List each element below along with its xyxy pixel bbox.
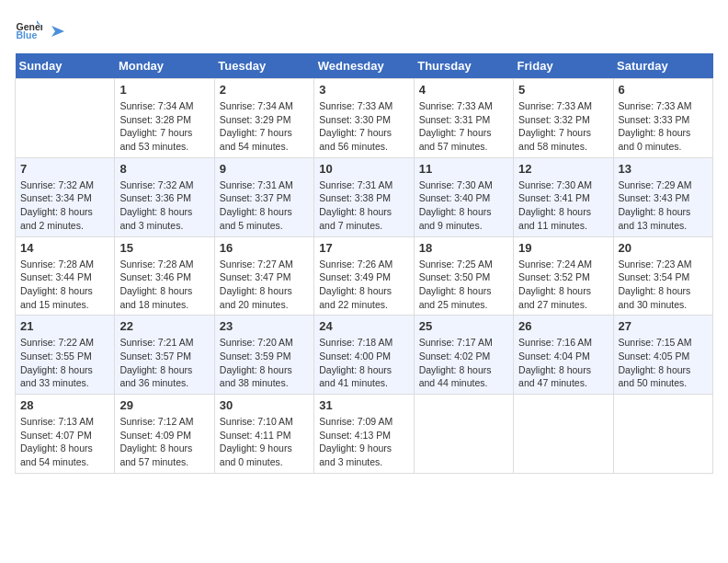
day-info: Sunrise: 7:26 AMSunset: 3:49 PMDaylight:…	[319, 258, 408, 312]
calendar-cell: 26Sunrise: 7:16 AMSunset: 4:04 PMDayligh…	[514, 316, 613, 395]
calendar-cell: 10Sunrise: 7:31 AMSunset: 3:38 PMDayligh…	[314, 157, 414, 236]
day-number: 1	[119, 83, 209, 97]
calendar-cell: 28Sunrise: 7:13 AMSunset: 4:07 PMDayligh…	[16, 395, 115, 474]
svg-marker-2	[51, 26, 64, 37]
calendar-cell: 23Sunrise: 7:20 AMSunset: 3:59 PMDayligh…	[214, 316, 313, 395]
day-number: 26	[518, 319, 608, 333]
calendar-header-wednesday: Wednesday	[314, 53, 414, 79]
day-number: 27	[619, 319, 708, 333]
calendar-cell: 1Sunrise: 7:34 AMSunset: 3:28 PMDaylight…	[115, 79, 214, 158]
calendar-cell: 24Sunrise: 7:18 AMSunset: 4:00 PMDayligh…	[314, 316, 414, 395]
day-info: Sunrise: 7:33 AMSunset: 3:31 PMDaylight:…	[419, 99, 508, 154]
calendar-cell: 6Sunrise: 7:33 AMSunset: 3:33 PMDaylight…	[613, 79, 712, 158]
calendar-cell: 20Sunrise: 7:23 AMSunset: 3:54 PMDayligh…	[613, 236, 712, 316]
calendar-week-row: 14Sunrise: 7:28 AMSunset: 3:44 PMDayligh…	[16, 236, 713, 316]
calendar-cell: 31Sunrise: 7:09 AMSunset: 4:13 PMDayligh…	[314, 395, 414, 474]
day-info: Sunrise: 7:22 AMSunset: 3:55 PMDaylight:…	[20, 336, 109, 390]
calendar-cell: 2Sunrise: 7:34 AMSunset: 3:29 PMDaylight…	[214, 79, 313, 158]
calendar-cell: 29Sunrise: 7:12 AMSunset: 4:09 PMDayligh…	[115, 395, 214, 474]
day-number: 16	[220, 241, 309, 255]
calendar-header-friday: Friday	[514, 53, 613, 79]
day-info: Sunrise: 7:13 AMSunset: 4:07 PMDaylight:…	[20, 415, 109, 469]
day-number: 18	[419, 241, 508, 255]
calendar-week-row: 28Sunrise: 7:13 AMSunset: 4:07 PMDayligh…	[16, 395, 713, 474]
day-info: Sunrise: 7:33 AMSunset: 3:33 PMDaylight:…	[619, 99, 708, 154]
calendar-cell: 15Sunrise: 7:28 AMSunset: 3:46 PMDayligh…	[115, 236, 214, 316]
day-info: Sunrise: 7:34 AMSunset: 3:29 PMDaylight:…	[220, 99, 309, 154]
calendar-cell: 14Sunrise: 7:28 AMSunset: 3:44 PMDayligh…	[16, 236, 115, 316]
calendar-header-tuesday: Tuesday	[214, 53, 313, 79]
day-number: 17	[319, 241, 408, 255]
day-number: 29	[119, 398, 209, 412]
calendar-week-row: 1Sunrise: 7:34 AMSunset: 3:28 PMDaylight…	[16, 79, 713, 158]
day-number: 19	[518, 241, 608, 255]
day-info: Sunrise: 7:28 AMSunset: 3:44 PMDaylight:…	[20, 258, 109, 312]
calendar-header-monday: Monday	[115, 53, 214, 79]
day-number: 14	[20, 241, 109, 255]
day-number: 23	[220, 319, 309, 333]
calendar-cell: 8Sunrise: 7:32 AMSunset: 3:36 PMDaylight…	[115, 157, 214, 236]
logo-icon: General Blue	[15, 15, 42, 42]
day-info: Sunrise: 7:10 AMSunset: 4:11 PMDaylight:…	[220, 415, 309, 469]
calendar-cell: 9Sunrise: 7:31 AMSunset: 3:37 PMDaylight…	[214, 157, 313, 236]
day-number: 25	[419, 319, 508, 333]
day-number: 28	[20, 398, 109, 412]
calendar-week-row: 21Sunrise: 7:22 AMSunset: 3:55 PMDayligh…	[16, 316, 713, 395]
day-number: 8	[119, 162, 209, 176]
day-info: Sunrise: 7:20 AMSunset: 3:59 PMDaylight:…	[220, 336, 309, 390]
day-info: Sunrise: 7:18 AMSunset: 4:00 PMDaylight:…	[319, 336, 408, 390]
day-number: 24	[319, 319, 408, 333]
calendar-cell	[613, 395, 712, 474]
day-number: 3	[319, 83, 408, 97]
calendar-cell: 12Sunrise: 7:30 AMSunset: 3:41 PMDayligh…	[514, 157, 613, 236]
day-info: Sunrise: 7:33 AMSunset: 3:30 PMDaylight:…	[319, 99, 408, 154]
day-number: 31	[319, 398, 408, 412]
day-number: 20	[619, 241, 708, 255]
calendar-cell: 3Sunrise: 7:33 AMSunset: 3:30 PMDaylight…	[314, 79, 414, 158]
day-info: Sunrise: 7:30 AMSunset: 3:41 PMDaylight:…	[518, 178, 608, 233]
day-info: Sunrise: 7:15 AMSunset: 4:05 PMDaylight:…	[619, 336, 708, 390]
calendar-cell: 22Sunrise: 7:21 AMSunset: 3:57 PMDayligh…	[115, 316, 214, 395]
calendar-cell: 11Sunrise: 7:30 AMSunset: 3:40 PMDayligh…	[414, 157, 513, 236]
calendar-cell: 13Sunrise: 7:29 AMSunset: 3:43 PMDayligh…	[613, 157, 712, 236]
day-number: 11	[419, 162, 508, 176]
day-number: 7	[20, 162, 109, 176]
day-info: Sunrise: 7:32 AMSunset: 3:34 PMDaylight:…	[20, 178, 109, 233]
day-number: 21	[20, 319, 109, 333]
calendar-cell: 21Sunrise: 7:22 AMSunset: 3:55 PMDayligh…	[16, 316, 115, 395]
svg-text:Blue: Blue	[17, 29, 38, 40]
calendar-cell: 27Sunrise: 7:15 AMSunset: 4:05 PMDayligh…	[613, 316, 712, 395]
day-info: Sunrise: 7:31 AMSunset: 3:38 PMDaylight:…	[319, 178, 408, 233]
calendar-header-sunday: Sunday	[16, 53, 115, 79]
day-info: Sunrise: 7:34 AMSunset: 3:28 PMDaylight:…	[119, 99, 209, 154]
day-number: 5	[518, 83, 608, 97]
header: General Blue	[15, 15, 713, 42]
calendar-cell	[414, 395, 513, 474]
calendar-cell: 7Sunrise: 7:32 AMSunset: 3:34 PMDaylight…	[16, 157, 115, 236]
day-number: 10	[319, 162, 408, 176]
day-info: Sunrise: 7:21 AMSunset: 3:57 PMDaylight:…	[119, 336, 209, 390]
day-info: Sunrise: 7:12 AMSunset: 4:09 PMDaylight:…	[119, 415, 209, 469]
day-info: Sunrise: 7:16 AMSunset: 4:04 PMDaylight:…	[518, 336, 608, 390]
day-info: Sunrise: 7:23 AMSunset: 3:54 PMDaylight:…	[619, 258, 708, 312]
calendar-cell: 30Sunrise: 7:10 AMSunset: 4:11 PMDayligh…	[214, 395, 313, 474]
logo: General Blue	[15, 15, 66, 42]
day-number: 4	[419, 83, 508, 97]
calendar-cell	[16, 79, 115, 158]
day-info: Sunrise: 7:24 AMSunset: 3:52 PMDaylight:…	[518, 258, 608, 312]
day-number: 12	[518, 162, 608, 176]
day-info: Sunrise: 7:09 AMSunset: 4:13 PMDaylight:…	[319, 415, 408, 469]
day-number: 2	[220, 83, 309, 97]
day-info: Sunrise: 7:28 AMSunset: 3:46 PMDaylight:…	[119, 258, 209, 312]
day-info: Sunrise: 7:27 AMSunset: 3:47 PMDaylight:…	[220, 258, 309, 312]
day-info: Sunrise: 7:17 AMSunset: 4:02 PMDaylight:…	[419, 336, 508, 390]
calendar-header-row: SundayMondayTuesdayWednesdayThursdayFrid…	[16, 53, 713, 79]
day-info: Sunrise: 7:31 AMSunset: 3:37 PMDaylight:…	[220, 178, 309, 233]
day-number: 13	[619, 162, 708, 176]
day-number: 9	[220, 162, 309, 176]
calendar-table: SundayMondayTuesdayWednesdayThursdayFrid…	[15, 53, 713, 474]
calendar-cell: 16Sunrise: 7:27 AMSunset: 3:47 PMDayligh…	[214, 236, 313, 316]
calendar-cell: 18Sunrise: 7:25 AMSunset: 3:50 PMDayligh…	[414, 236, 513, 316]
day-info: Sunrise: 7:25 AMSunset: 3:50 PMDaylight:…	[419, 258, 508, 312]
calendar-cell: 4Sunrise: 7:33 AMSunset: 3:31 PMDaylight…	[414, 79, 513, 158]
